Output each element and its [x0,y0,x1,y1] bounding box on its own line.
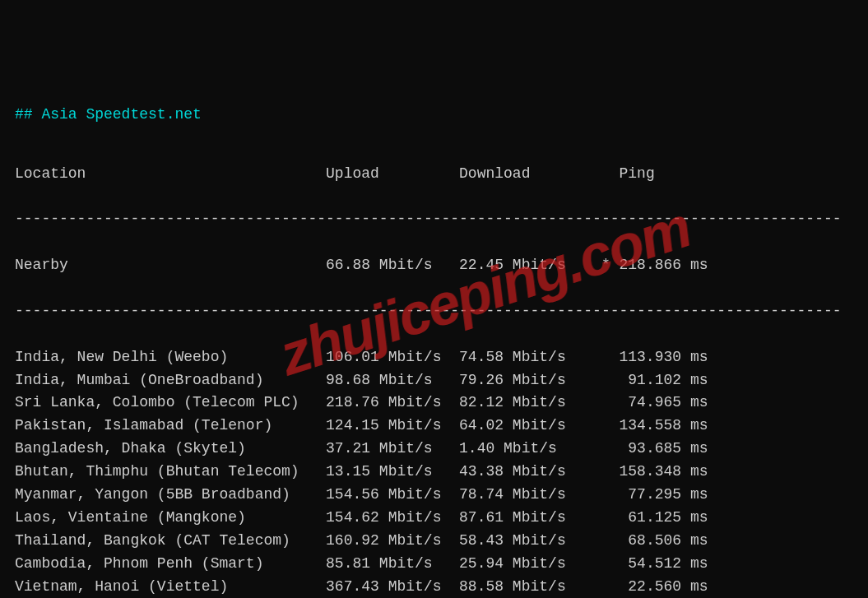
nearby-download: 22.45 Mbit/s [459,254,583,277]
cell-ping: 93.685 ms [583,438,708,461]
cell-ping: 74.965 ms [583,392,708,415]
nearby-ping: * 218.866 ms [583,254,708,277]
cell-upload: 154.62 Mbit/s [326,507,459,530]
cell-upload: 85.81 Mbit/s [326,553,459,576]
cell-upload: 13.15 Mbit/s [326,461,459,484]
cell-ping: 134.558 ms [583,415,708,438]
cell-ping: 77.295 ms [583,484,708,507]
header-row: LocationUploadDownloadPing [15,163,853,186]
header-ping: Ping [583,163,708,186]
cell-location: Bhutan, Thimphu (Bhutan Telecom) [15,461,326,484]
cell-upload: 106.01 Mbit/s [326,346,459,369]
cell-upload: 367.43 Mbit/s [326,576,459,598]
table-row: Bhutan, Thimphu (Bhutan Telecom)13.15 Mb… [15,461,853,484]
cell-download: 87.61 Mbit/s [459,507,583,530]
cell-location: Cambodia, Phnom Penh (Smart) [15,553,326,576]
cell-download: 79.26 Mbit/s [459,369,583,392]
table-row: Sri Lanka, Colombo (Telecom PLC)218.76 M… [15,392,853,415]
table-row: Pakistan, Islamabad (Telenor)124.15 Mbit… [15,415,853,438]
table-row: Laos, Vientaine (Mangkone)154.62 Mbit/s8… [15,507,853,530]
header-location: Location [15,163,326,186]
cell-download: 88.58 Mbit/s [459,576,583,598]
cell-upload: 218.76 Mbit/s [326,392,459,415]
header-download: Download [459,163,583,186]
cell-location: Bangladesh, Dhaka (Skytel) [15,438,326,461]
cell-upload: 124.15 Mbit/s [326,415,459,438]
cell-ping: 22.560 ms [583,576,708,598]
cell-location: Myanmar, Yangon (5BB Broadband) [15,484,326,507]
cell-download: 74.58 Mbit/s [459,346,583,369]
table-row: Bangladesh, Dhaka (Skytel)37.21 Mbit/s1.… [15,438,853,461]
divider-line: ----------------------------------------… [15,208,853,231]
cell-upload: 154.56 Mbit/s [326,484,459,507]
terminal-title: ## Asia Speedtest.net [15,104,853,127]
cell-location: Laos, Vientaine (Mangkone) [15,507,326,530]
cell-download: 25.94 Mbit/s [459,553,583,576]
cell-ping: 61.125 ms [583,507,708,530]
cell-location: Sri Lanka, Colombo (Telecom PLC) [15,392,326,415]
cell-location: India, New Delhi (Weebo) [15,346,326,369]
cell-location: Thailand, Bangkok (CAT Telecom) [15,530,326,553]
cell-ping: 54.512 ms [583,553,708,576]
nearby-upload: 66.88 Mbit/s [326,254,459,277]
cell-upload: 98.68 Mbit/s [326,369,459,392]
table-row: Thailand, Bangkok (CAT Telecom)160.92 Mb… [15,530,853,553]
nearby-row: Nearby66.88 Mbit/s22.45 Mbit/s* 218.866 … [15,254,853,277]
nearby-location: Nearby [15,254,326,277]
cell-upload: 160.92 Mbit/s [326,530,459,553]
cell-ping: 68.506 ms [583,530,708,553]
cell-location: India, Mumbai (OneBroadband) [15,369,326,392]
table-row: Myanmar, Yangon (5BB Broadband)154.56 Mb… [15,484,853,507]
table-row: Cambodia, Phnom Penh (Smart)85.81 Mbit/s… [15,553,853,576]
cell-upload: 37.21 Mbit/s [326,438,459,461]
cell-download: 82.12 Mbit/s [459,392,583,415]
cell-download: 43.38 Mbit/s [459,461,583,484]
cell-ping: 113.930 ms [583,346,708,369]
cell-download: 64.02 Mbit/s [459,415,583,438]
table-row: India, New Delhi (Weebo)106.01 Mbit/s74.… [15,346,853,369]
cell-location: Vietnam, Hanoi (Viettel) [15,576,326,598]
cell-ping: 91.102 ms [583,369,708,392]
divider-line: ----------------------------------------… [15,300,853,323]
cell-location: Pakistan, Islamabad (Telenor) [15,415,326,438]
cell-download: 58.43 Mbit/s [459,530,583,553]
table-row: India, Mumbai (OneBroadband)98.68 Mbit/s… [15,369,853,392]
cell-download: 1.40 Mbit/s [459,438,583,461]
table-row: Vietnam, Hanoi (Viettel)367.43 Mbit/s88.… [15,576,853,598]
cell-download: 78.74 Mbit/s [459,484,583,507]
cell-ping: 158.348 ms [583,461,708,484]
header-upload: Upload [326,163,459,186]
